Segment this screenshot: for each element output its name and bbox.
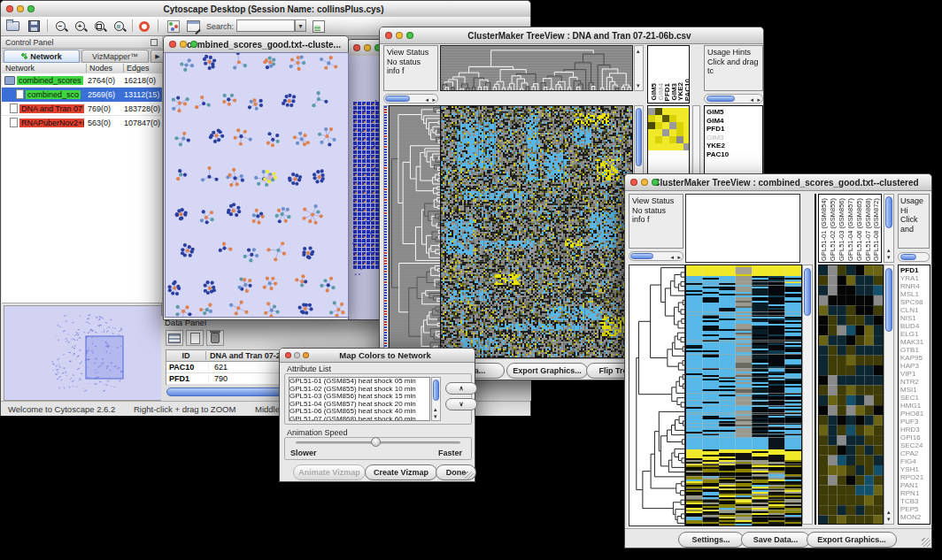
search-input[interactable]: [236, 19, 295, 32]
table-mode-icon[interactable]: [166, 330, 183, 346]
gene-label[interactable]: PHO81: [900, 410, 928, 418]
gene-label[interactable]: NIS1: [900, 314, 928, 322]
zoom-selected-icon[interactable]: [111, 19, 127, 34]
tv1-left-hscrollbar[interactable]: ◂▸: [383, 94, 438, 104]
minimize-button[interactable]: [364, 44, 371, 51]
import-table-icon[interactable]: [311, 19, 327, 34]
gene-label[interactable]: GIM3: [706, 134, 761, 142]
gene-label[interactable]: FIG4: [900, 457, 928, 465]
attribute-list-vscrollbar[interactable]: ▴▾: [431, 377, 441, 421]
attribute-item[interactable]: GPL51-07 (GSM868) heat shock 60 min: [290, 416, 429, 421]
birdseye-view[interactable]: [4, 305, 162, 401]
gene-label[interactable]: RPN1: [900, 489, 928, 497]
tv2-heatmap[interactable]: [685, 265, 802, 526]
column-label[interactable]: GPL51-08 (GSM872): [872, 198, 880, 261]
zoom-button[interactable]: [303, 352, 309, 358]
close-button[interactable]: [353, 44, 360, 51]
zoom-button[interactable]: [190, 41, 197, 48]
close-button[interactable]: [385, 32, 392, 39]
gene-label[interactable]: MON2: [900, 513, 928, 521]
gene-label[interactable]: YRA1: [900, 274, 928, 282]
tv1-row-dendrogram[interactable]: [389, 105, 442, 358]
gene-label[interactable]: YSH1: [900, 465, 928, 473]
gene-label[interactable]: MSL1: [900, 290, 928, 298]
tv2-row-dendrogram[interactable]: [629, 265, 685, 526]
annotation-icon[interactable]: [185, 19, 201, 34]
treeview-button[interactable]: Export Graphics...: [506, 363, 588, 379]
tv2-right-hscrollbar[interactable]: [898, 252, 930, 262]
resize-grip[interactable]: [465, 472, 474, 480]
dialog-title-bar[interactable]: Map Colors to Network: [280, 349, 475, 363]
zoom-in-icon[interactable]: +: [72, 19, 88, 34]
tv1-top-vscrollbar[interactable]: ▴▾: [634, 45, 644, 91]
gene-label[interactable]: PAC10: [706, 150, 761, 159]
gene-label[interactable]: SPC98: [900, 298, 928, 306]
minimize-button[interactable]: [396, 32, 403, 39]
delete-attribute-icon[interactable]: [206, 330, 224, 346]
tab-vizmapper[interactable]: VizMapper™: [81, 50, 149, 63]
gene-label[interactable]: VIP1: [900, 370, 928, 378]
gene-label[interactable]: NTR2: [900, 378, 928, 386]
zoom-button[interactable]: [406, 32, 413, 39]
close-button[interactable]: [6, 5, 13, 12]
open-file-icon[interactable]: [4, 19, 20, 34]
column-label[interactable]: GPL51-02 (GSM855): [829, 198, 837, 261]
gene-label[interactable]: RPO21: [900, 473, 928, 481]
network-view-canvas[interactable]: [165, 52, 349, 318]
column-label[interactable]: GPL51-03 (GSM856): [838, 198, 845, 261]
column-label[interactable]: GPL51-06 (GSM865): [855, 198, 863, 261]
speed-slider-thumb[interactable]: [371, 437, 381, 447]
new-attribute-icon[interactable]: [186, 330, 204, 346]
tv2-zoom-vscrollbar[interactable]: ▴▾: [884, 265, 894, 525]
treeview2-title-bar[interactable]: ClusterMaker TreeView : combined_scores_…: [625, 174, 931, 191]
tv2-left-hscrollbar[interactable]: ◂▸: [629, 251, 683, 261]
animate-vizmap-button[interactable]: Animate Vizmap: [293, 464, 366, 480]
search-dropdown-button[interactable]: ▼: [295, 19, 306, 32]
minimize-button[interactable]: [641, 179, 648, 186]
col-nodes[interactable]: Nodes: [87, 64, 124, 73]
column-label[interactable]: GPL51-04 (GSM857): [846, 198, 854, 261]
gene-label[interactable]: RNR4: [900, 282, 928, 290]
gene-label[interactable]: SEC24: [900, 441, 928, 449]
gene-label[interactable]: GIM5: [706, 108, 761, 117]
create-vizmap-button[interactable]: Create Vizmap: [365, 464, 437, 480]
gene-label[interactable]: GIM4: [706, 117, 761, 126]
treeview-button[interactable]: Save Data...: [741, 532, 810, 548]
gene-label[interactable]: ELG1: [900, 330, 928, 338]
move-down-button[interactable]: ∨: [445, 398, 477, 410]
close-button[interactable]: [285, 352, 291, 358]
zoom-fit-icon[interactable]: [91, 19, 107, 34]
minimize-button[interactable]: [180, 41, 187, 48]
network-window-title-bar[interactable]: combined_scores_good.txt--cluste...: [164, 36, 348, 53]
gene-label[interactable]: GTB1: [900, 346, 928, 354]
gene-label[interactable]: BUD4: [900, 322, 928, 330]
gene-label[interactable]: PFD1: [900, 266, 928, 274]
float-panel-icon[interactable]: [151, 39, 158, 46]
gene-label[interactable]: YKE2: [706, 142, 761, 150]
gene-label[interactable]: PUF3: [900, 418, 928, 426]
treeview-button[interactable]: Export Graphics...: [807, 532, 897, 548]
save-icon[interactable]: [26, 19, 42, 34]
gene-label[interactable]: PAN1: [900, 481, 928, 489]
zoom-out-icon[interactable]: −: [52, 19, 68, 34]
tv1-heatmap[interactable]: [440, 105, 633, 358]
column-label[interactable]: GPL51-01 (GSM854): [820, 198, 828, 261]
help-lifering-icon[interactable]: [136, 19, 152, 34]
column-label[interactable]: PAC10: [683, 79, 690, 101]
gene-label[interactable]: PFD1: [706, 125, 761, 134]
gene-label[interactable]: HMG1: [900, 402, 928, 410]
network-list-row[interactable]: combined_sco2569(6)13112(15): [2, 88, 162, 102]
zoom-button[interactable]: [652, 179, 659, 186]
treeview1-title-bar[interactable]: ClusterMaker TreeView : DNA and Tran 07-…: [380, 27, 763, 44]
tv2-main-vscrollbar[interactable]: [802, 265, 813, 525]
main-title-bar[interactable]: Cytoscape Desktop (Session Name: collins…: [1, 1, 530, 18]
gene-label[interactable]: CPA2: [900, 449, 928, 457]
tv2-zoom-heatmap[interactable]: [818, 265, 884, 525]
network-list-row[interactable]: combined_scores2764(0)16218(0): [2, 73, 162, 88]
gene-label[interactable]: TCB3: [900, 497, 928, 505]
tv1-right-hscrollbar[interactable]: ◂▸: [704, 94, 763, 104]
attribute-listbox[interactable]: GPL51-01 (GSM854) heat shock 05 minGPL51…: [289, 377, 430, 421]
zoom-button[interactable]: [27, 5, 35, 12]
gene-label[interactable]: CLN1: [900, 306, 928, 314]
gene-label[interactable]: SEC1: [900, 394, 928, 402]
